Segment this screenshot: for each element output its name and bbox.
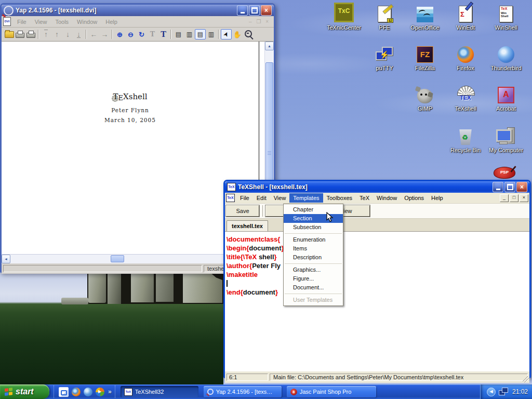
refresh-icon[interactable]: ↻ [136,29,147,39]
editor-line[interactable]: \author{Peter Fly [227,261,529,270]
tray-collapse-chevron-icon[interactable]: ◀ [487,388,496,396]
scroll-left-button[interactable]: ◄ [2,255,10,263]
templates-menu-item-chapter[interactable]: Chapter [284,205,343,214]
desktop-icon-winshell[interactable]: TeXWin Shell WinShell [486,3,526,32]
desktop-icon-putty[interactable]: ⚡ puTTY [365,44,404,72]
editor-line[interactable]: \maketitle [227,270,529,279]
thunderbird-quicklaunch-icon[interactable] [84,388,92,396]
editor-line[interactable] [227,279,529,288]
next-page-icon[interactable]: ↓ [62,29,73,39]
texshell-menu-edit[interactable]: Edit [253,193,270,203]
open-icon[interactable] [4,29,15,39]
code-editor[interactable]: \documentclass{\begin{document}\title{\T… [225,232,529,371]
templates-menu-item-items[interactable]: Items [284,244,343,253]
editor-line[interactable]: \documentclass{ [227,235,529,244]
templates-menu-item-subsection[interactable]: Subsection [284,223,343,232]
desktop-icon-filezilla[interactable]: FZ FileZilla [405,44,445,72]
view-continuous-two-icon[interactable]: ▥ [206,29,217,39]
stone [108,273,121,304]
first-page-icon[interactable]: ↑ [41,29,51,39]
media-player-quicklaunch-icon[interactable] [96,388,104,396]
mdi-minimize-button[interactable]: _ [500,194,509,202]
view-two-pages-icon[interactable]: ▥ [184,29,195,39]
back-icon[interactable]: ← [88,29,99,39]
close-button[interactable]: × [516,182,527,192]
editor-line[interactable]: \end{document} [227,288,529,297]
icon-label: TeXnicCenter [327,24,361,31]
desktop-icon-pfe[interactable]: 32 PFE [365,3,404,32]
desktop-icon-texniccenter[interactable]: TxC TeXnicCenter [324,3,364,32]
desktop-icon-recycle-bin[interactable]: ♻ Recycle Bin [446,126,485,154]
templates-menu-item-section[interactable]: Section [284,214,343,223]
texshell-menu-help[interactable]: Help [428,193,447,203]
print-icon[interactable] [15,29,25,39]
maximize-button[interactable] [504,182,515,192]
taskbar-button-yap[interactable]: Yap 2.4.1596 - [texs… [204,386,282,397]
text-tool-icon[interactable]: T [158,29,169,39]
desktop-icon-acrobat[interactable]: A Acrobat [486,84,526,113]
desktop-icon-thunderbird[interactable]: Thunderbird [486,44,526,72]
mdi-restore-button[interactable]: □ [510,194,518,202]
mdi-close-button[interactable]: × [520,194,528,202]
templates-menu-item-description[interactable]: Description [284,253,343,262]
forward-icon[interactable]: → [99,29,110,39]
templates-menu-item-figure[interactable]: Figure... [284,274,343,283]
openoffice-icon [417,7,433,22]
resize-grip[interactable] [523,376,529,382]
templates-menu-item-graphics[interactable]: Graphics... [284,265,343,274]
tab-texshell-tex[interactable]: texshell.tex [227,220,268,231]
texshell-menu-toolboxes[interactable]: Toolboxes [323,193,356,203]
desktop-icon-firefox[interactable]: Firefox [446,44,485,72]
zoom-in-icon[interactable]: ⊕ [114,29,125,39]
ruler-tool-icon[interactable]: T [147,29,158,39]
minimize-button[interactable] [237,5,248,16]
scrollbar-thumb[interactable] [111,255,124,262]
save-button[interactable]: Save [226,205,259,217]
templates-menu: ChapterSectionSubsectionEnumerationItems… [283,204,343,306]
editor-line[interactable]: \begin{document} [227,244,529,252]
close-button[interactable]: × [261,5,272,16]
texshell-titlebar[interactable]: TeX TeXShell - [texshell.tex] × [225,181,529,193]
texshell-menu-view[interactable]: View [270,193,290,203]
templates-menu-item-enumeration[interactable]: Enumeration [284,235,343,244]
maximize-button[interactable] [249,5,260,16]
yap-menu-file[interactable]: File [13,17,31,26]
desktop-icon-winedt[interactable]: Σ WinEdt [446,3,485,32]
psp-desktop-icon[interactable]: PSP [494,167,515,179]
network-tray-icon[interactable] [499,388,508,396]
texshell-menu-options[interactable]: Options [401,193,428,203]
scroll-up-button[interactable]: ▲ [265,42,274,50]
desktop-icon-openoffice[interactable]: OpenOffice [405,3,445,32]
yap-menu-view[interactable]: View [31,17,51,26]
texshell-menu-file[interactable]: File [236,193,253,203]
show-desktop-icon[interactable] [59,387,69,397]
print-setup-icon[interactable] [25,29,36,39]
last-page-icon[interactable]: ↓ [73,29,84,39]
minimize-button[interactable] [493,182,503,192]
view-single-page-icon[interactable]: ▤ [173,29,184,39]
yap-menu-window[interactable]: Window [73,17,101,26]
desktop-icon-texshell[interactable]: TEX TeXshell [446,84,485,113]
yap-menu-tools[interactable]: Tools [51,17,73,26]
hand-tool-icon[interactable]: ✋ [232,29,243,39]
yap-titlebar[interactable]: Yap 2.4.1596 - [texshell.dvi] × [2,5,274,16]
magnifier-tool-icon[interactable] [243,29,254,39]
quicklaunch-overflow-chevron[interactable]: » [108,388,112,395]
taskbar-button-paintshoppro[interactable]: 8 Jasc Paint Shop Pro [287,386,376,397]
desktop-icon-gimp[interactable]: GIMP [405,84,445,113]
prev-page-icon[interactable]: ↑ [51,29,62,39]
templates-menu-item-document[interactable]: Document... [284,283,343,292]
start-button[interactable]: start [0,384,49,399]
editor-line[interactable]: \title{\TeX shell} [227,252,529,261]
yap-menu-help[interactable]: Help [101,17,122,26]
texshell-menu-templates[interactable]: Templates [289,193,323,203]
firefox-quicklaunch-icon[interactable] [72,388,81,396]
icon-label: FileZilla [415,65,435,71]
select-tool-icon[interactable]: ➤ [221,29,232,39]
taskbar-button-texshell32[interactable]: TeX TeXShell32 [121,386,198,397]
texshell-menu-tex[interactable]: TeX [356,193,373,203]
texshell-menu-window[interactable]: Window [373,193,401,203]
zoom-out-icon[interactable]: ⊖ [125,29,136,39]
desktop-icon-my-computer[interactable]: My Computer [486,126,526,154]
view-continuous-icon[interactable]: ▤ [195,29,206,39]
